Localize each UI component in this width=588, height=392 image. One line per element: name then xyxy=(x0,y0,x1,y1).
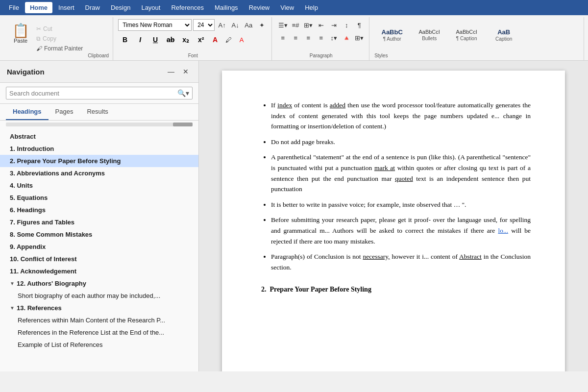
document-area[interactable]: If index of content is added then use th… xyxy=(199,61,588,371)
style-caption2-preview: AaB xyxy=(497,29,510,35)
menu-mailings[interactable]: Mailings xyxy=(210,2,243,13)
shading-button[interactable]: 🔺 xyxy=(341,32,352,44)
menu-home[interactable]: Home xyxy=(25,2,52,13)
align-right-button[interactable]: ≡ xyxy=(302,32,314,44)
nav-item-ref-example[interactable]: Example of List of References xyxy=(0,339,198,351)
format-painter-button[interactable]: 🖌 Format Painter xyxy=(34,44,85,53)
list-buttons-row: ☰▾ ≡# ⊞▾ ⇤ ⇥ ↕ ¶ xyxy=(277,19,365,31)
italic-button[interactable]: I xyxy=(133,33,147,46)
nav-item-acknowledgement[interactable]: 11. Acknowledgement xyxy=(0,265,198,277)
style-caption1[interactable]: AaBbCcI ¶ Caption xyxy=(449,22,484,49)
increase-indent-button[interactable]: ⇥ xyxy=(328,19,340,31)
tab-headings[interactable]: Headings xyxy=(6,104,49,120)
nav-item-biography-sub[interactable]: Short biography of each author may be in… xyxy=(0,290,198,302)
numbered-list-button[interactable]: ≡# xyxy=(290,19,301,31)
nav-item-headings[interactable]: 6. Headings xyxy=(0,204,198,216)
copy-button[interactable]: ⧉ Copy xyxy=(34,34,85,43)
tab-results[interactable]: Results xyxy=(80,104,115,120)
nav-item-appendix[interactable]: 9. Appendix xyxy=(0,241,198,253)
tab-pages[interactable]: Pages xyxy=(49,104,80,120)
section-heading-text: 2. Prepare Your Paper Before Styling xyxy=(261,286,371,293)
style-caption1-label: ¶ Caption xyxy=(456,36,477,41)
justify-button[interactable]: ≡ xyxy=(315,32,327,44)
style-author[interactable]: AaBbC ¶ Author xyxy=(374,22,410,49)
nav-scroll-bar xyxy=(6,122,193,126)
multilevel-list-button[interactable]: ⊞▾ xyxy=(302,19,314,31)
font-color-button[interactable]: A xyxy=(209,34,221,46)
nav-close-button[interactable]: ✕ xyxy=(180,66,192,77)
sort-button[interactable]: ↕ xyxy=(341,19,352,31)
menu-draw[interactable]: Draw xyxy=(80,2,105,13)
nav-tree: Abstract 1. Introduction 2. Prepare Your… xyxy=(0,128,198,371)
menu-view[interactable]: View xyxy=(275,2,299,13)
borders-button[interactable]: ⊞▾ xyxy=(353,32,365,44)
nav-item-mistakes[interactable]: 8. Some Common Mistakes xyxy=(0,228,198,241)
paste-label: Paste xyxy=(14,38,27,44)
nav-title: Navigation xyxy=(7,68,45,76)
nav-item-units[interactable]: 4. Units xyxy=(0,179,198,192)
navigation-pane: Navigation — ✕ 🔍▾ Headings Pages Results… xyxy=(0,61,199,371)
copy-icon: ⧉ xyxy=(36,35,41,42)
bullet-item-3: A parenthetical "statement" at the end o… xyxy=(271,152,531,194)
align-center-button[interactable]: ≡ xyxy=(290,32,301,44)
nav-item-ref-main[interactable]: References within Main Content of the Re… xyxy=(0,314,198,326)
align-left-button[interactable]: ≡ xyxy=(277,32,289,44)
bold-button[interactable]: B xyxy=(118,33,132,46)
underline-button[interactable]: U xyxy=(148,33,162,46)
menu-file[interactable]: File xyxy=(4,2,24,13)
nav-item-biography[interactable]: ▼ 12. Authors' Biography xyxy=(0,277,198,290)
menu-layout[interactable]: Layout xyxy=(136,2,165,13)
bullet-list-button[interactable]: ☰▾ xyxy=(277,19,289,31)
nav-item-biography-row: ▼ 12. Authors' Biography xyxy=(10,280,191,287)
nav-item-conflict[interactable]: 10. Conflict of Interest xyxy=(0,253,198,265)
menu-help[interactable]: Help xyxy=(300,2,323,13)
line-spacing-button[interactable]: ↕▾ xyxy=(328,32,340,44)
nav-item-abbrev[interactable]: 3. Abbreviations and Acronyms xyxy=(0,167,198,179)
decrease-indent-button[interactable]: ⇤ xyxy=(315,19,327,31)
expand-arrow-references: ▼ xyxy=(10,305,15,311)
scissors-icon: ✂ xyxy=(36,25,41,32)
nav-minimize-button[interactable]: — xyxy=(165,66,177,77)
font-size-select[interactable]: 24 xyxy=(193,19,215,31)
style-bullets[interactable]: AaBbCcI Bullets xyxy=(412,22,447,49)
paragraph-group: ☰▾ ≡# ⊞▾ ⇤ ⇥ ↕ ¶ ≡ ≡ ≡ ≡ ↕▾ 🔺 xyxy=(273,17,369,60)
subscript-button[interactable]: x₂ xyxy=(179,33,193,46)
ribbon-row: 📋 Paste ✂ Cut ⧉ Copy 🖌 Format xyxy=(4,17,584,60)
highlight-button[interactable]: 🖊 xyxy=(222,34,234,46)
clear-format-button[interactable]: ✦ xyxy=(256,19,268,31)
font-family-select[interactable]: Times New Roman xyxy=(118,19,192,31)
text-color-button[interactable]: A xyxy=(236,34,247,46)
superscript-button[interactable]: x² xyxy=(194,33,208,46)
search-input[interactable] xyxy=(9,90,174,97)
style-bullets-label: Bullets xyxy=(422,36,437,41)
nav-item-intro[interactable]: 1. Introduction xyxy=(0,143,198,155)
nav-item-abstract[interactable]: Abstract xyxy=(0,130,198,143)
document-page: If index of content is added then use th… xyxy=(222,71,565,371)
grow-font-button[interactable]: A↑ xyxy=(216,19,228,31)
style-caption2[interactable]: AaB Caption xyxy=(486,22,521,49)
menu-design[interactable]: Design xyxy=(106,2,135,13)
change-case-button[interactable]: Aa xyxy=(243,19,254,31)
paste-button[interactable]: 📋 Paste xyxy=(8,19,33,49)
paragraph-marks-button[interactable]: ¶ xyxy=(353,19,365,31)
nav-item-equations[interactable]: 5. Equations xyxy=(0,192,198,204)
paragraph-group-label: Paragraph xyxy=(310,51,333,58)
expand-arrow-biography: ▼ xyxy=(10,281,15,286)
style-author-preview: AaBbC xyxy=(382,29,403,35)
search-button[interactable]: 🔍▾ xyxy=(177,89,189,97)
strikethrough-button[interactable]: ab xyxy=(164,33,177,46)
menu-references[interactable]: References xyxy=(166,2,208,13)
nav-scroll-thumb[interactable] xyxy=(173,122,193,126)
menu-insert[interactable]: Insert xyxy=(53,2,79,13)
styles-row: AaBbC ¶ Author AaBbCcI Bullets AaBbCcI ¶… xyxy=(374,19,580,51)
styles-group: AaBbC ¶ Author AaBbCcI Bullets AaBbCcI ¶… xyxy=(370,17,584,60)
nav-item-figures[interactable]: 7. Figures and Tables xyxy=(0,216,198,228)
paste-icon: 📋 xyxy=(12,24,29,38)
nav-item-prepare[interactable]: 2. Prepare Your Paper Before Styling xyxy=(0,155,198,167)
cut-button[interactable]: ✂ Cut xyxy=(34,24,85,33)
nav-item-references[interactable]: ▼ 13. References xyxy=(0,302,198,314)
clipboard-group: 📋 Paste ✂ Cut ⧉ Copy 🖌 Format xyxy=(4,17,113,60)
menu-review[interactable]: Review xyxy=(244,2,275,13)
nav-item-ref-list[interactable]: References in the Reference List at the … xyxy=(0,326,198,339)
shrink-font-button[interactable]: A↓ xyxy=(229,19,241,31)
